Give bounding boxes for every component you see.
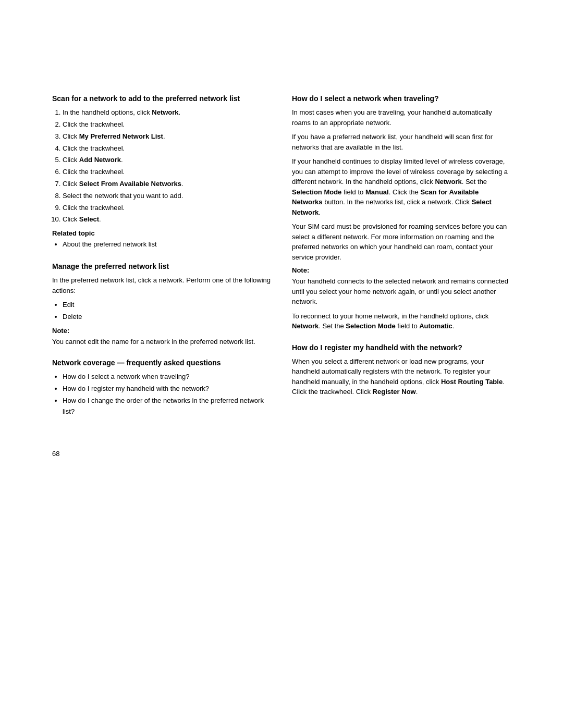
faq-item-1: How do I select a network when traveling… <box>63 372 271 382</box>
right-column: How do I select a network when traveling… <box>292 94 511 429</box>
traveling-para-3: If your handheld continues to display li… <box>292 156 511 217</box>
action-delete: Delete <box>63 312 271 323</box>
step-8: Select the network that you want to add. <box>63 191 271 202</box>
traveling-note-heading: Note: <box>292 266 511 274</box>
step-10: Click Select. <box>63 214 271 225</box>
action-edit: Edit <box>63 300 271 311</box>
step-7-bold: Select From Available Networks <box>79 180 181 188</box>
section-manage-network: Manage the preferred network list In the… <box>52 262 271 347</box>
faq-heading: Network coverage — frequently asked ques… <box>52 358 271 367</box>
network-bold-1: Network <box>435 178 461 186</box>
related-topic-list: About the preferred network list <box>63 239 271 250</box>
step-10-bold: Select <box>79 215 99 223</box>
section-select-traveling: How do I select a network when traveling… <box>292 94 511 331</box>
step-1: In the handheld options, click Network. <box>63 107 271 118</box>
manage-actions-list: Edit Delete <box>63 300 271 323</box>
traveling-para-2: If you have a preferred network list, yo… <box>292 132 511 152</box>
step-3-bold: My Preferred Network List <box>79 132 163 140</box>
related-topic-block: Related topic About the preferred networ… <box>52 229 271 250</box>
traveling-para-1: In most cases when you are traveling, yo… <box>292 107 511 128</box>
manage-network-heading: Manage the preferred network list <box>52 262 271 271</box>
related-topic-item: About the preferred network list <box>63 239 271 250</box>
manage-network-intro: In the preferred network list, click a n… <box>52 275 271 295</box>
select-traveling-heading: How do I select a network when traveling… <box>292 94 511 103</box>
page: Scan for a network to add to the preferr… <box>0 0 563 728</box>
network-bold-2: Network <box>292 322 319 330</box>
faq-list: How do I select a network when traveling… <box>63 372 271 417</box>
step-5: Click Add Network. <box>63 155 271 166</box>
step-9: Click the trackwheel. <box>63 203 271 214</box>
section-scan-network: Scan for a network to add to the preferr… <box>52 94 271 250</box>
scan-steps-list: In the handheld options, click Network. … <box>63 107 271 225</box>
manage-note-block: Note: You cannot edit the name for a net… <box>52 327 271 347</box>
traveling-note-text: Your handheld connects to the selected n… <box>292 276 511 307</box>
manage-note-text: You cannot edit the name for a network i… <box>52 337 271 347</box>
host-routing-bold: Host Routing Table <box>441 378 503 386</box>
step-3: Click My Preferred Network List. <box>63 131 271 142</box>
register-handheld-heading: How do I register my handheld with the n… <box>292 343 511 352</box>
step-4: Click the trackwheel. <box>63 143 271 154</box>
step-6: Click the trackwheel. <box>63 167 271 178</box>
step-5-bold: Add Network <box>79 156 121 164</box>
page-number: 68 <box>52 450 511 458</box>
selection-mode-bold: Selection Mode <box>292 188 341 196</box>
step-1-bold: Network <box>152 108 178 116</box>
automatic-bold: Automatic <box>419 322 452 330</box>
faq-item-3: How do I change the order of the network… <box>63 396 271 417</box>
register-now-bold: Register Now <box>373 388 416 396</box>
register-handheld-text: When you select a different network or l… <box>292 356 511 397</box>
step-7: Click Select From Available Networks. <box>63 179 271 190</box>
section-register-handheld: How do I register my handheld with the n… <box>292 343 511 397</box>
faq-item-2: How do I register my handheld with the n… <box>63 384 271 394</box>
section-scan-heading: Scan for a network to add to the preferr… <box>52 94 271 103</box>
left-column: Scan for a network to add to the preferr… <box>52 94 271 429</box>
manage-note-heading: Note: <box>52 327 271 335</box>
traveling-note-block: Note: Your handheld connects to the sele… <box>292 266 511 307</box>
section-faq: Network coverage — frequently asked ques… <box>52 358 271 417</box>
traveling-after-note: To reconnect to your home network, in th… <box>292 311 511 331</box>
step-2: Click the trackwheel. <box>63 119 271 130</box>
two-column-layout: Scan for a network to add to the preferr… <box>52 94 511 429</box>
traveling-para-4: Your SIM card must be provisioned for ro… <box>292 221 511 262</box>
selection-mode-bold-2: Selection Mode <box>346 322 395 330</box>
manual-bold: Manual <box>365 188 389 196</box>
related-topic-heading: Related topic <box>52 229 271 237</box>
